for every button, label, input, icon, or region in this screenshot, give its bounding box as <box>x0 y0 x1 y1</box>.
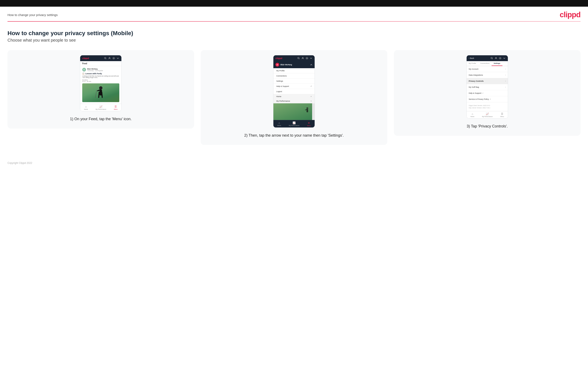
feed-post-user: B Blair McHarg Yesterday · Sunningdale <box>82 68 119 72</box>
settings-list: My Account › Data Integrations › Privacy… <box>467 66 508 102</box>
step-3-description: 3) Tap 'Privacy Controls'. <box>467 124 508 129</box>
menu-user-info: B Blair McHarg <box>276 63 292 67</box>
settings-service-privacy[interactable]: Service & Privacy Policy ↗ <box>467 96 508 102</box>
search-icon-3 <box>490 57 493 60</box>
golfer-svg <box>95 85 107 102</box>
settings-version: Clippd Client Version: 2022.8.3-3 GQL Se… <box>467 102 508 111</box>
chevron-down-icon-3 <box>503 57 506 60</box>
page-heading: How to change your privacy settings (Mob… <box>8 30 580 37</box>
menu-item-profile[interactable]: My Profile <box>273 68 315 73</box>
feed-post: B Blair McHarg Yesterday · Sunningdale 📋… <box>80 66 121 104</box>
avatar: B <box>82 68 86 72</box>
search-icon <box>104 57 107 60</box>
user-icon <box>108 57 111 60</box>
svg-point-14 <box>306 58 307 59</box>
svg-point-0 <box>104 57 106 59</box>
logo: clippd <box>560 10 580 19</box>
menu-section-home[interactable]: Home ▾ <box>273 94 315 99</box>
chevron-up-icon <box>310 63 312 66</box>
svg-point-3 <box>113 58 114 59</box>
phone-nav-2: clippd <box>273 55 315 61</box>
tab-home-2[interactable]: ⌂ Home <box>277 121 281 126</box>
phone-back-bar: ‹ Back <box>467 55 508 61</box>
tab-performance-2[interactable]: 📈 My Performance <box>289 121 299 126</box>
svg-rect-8 <box>98 92 100 98</box>
profile-tabs: My Profile Connections Settings <box>467 61 508 66</box>
svg-point-11 <box>298 57 299 59</box>
tab-close-2[interactable]: ✕ Menu <box>307 121 311 126</box>
menu-item-connections[interactable]: Connections <box>273 73 315 79</box>
settings-icon-3 <box>499 57 502 60</box>
phone-nav-icons-3 <box>490 57 506 60</box>
search-icon-2 <box>297 57 300 60</box>
tab-menu-3[interactable]: ☰ Menu <box>500 112 504 117</box>
step-1-description: 1) On your Feed, tap the 'Menu' icon. <box>70 116 132 122</box>
chevron-down-icon <box>116 57 119 60</box>
feed-image <box>82 83 119 102</box>
main-content: How to change your privacy settings (Mob… <box>0 22 588 157</box>
settings-my-golf-bag[interactable]: My Golf Bag › <box>467 84 508 90</box>
tab-settings[interactable]: Settings <box>492 61 502 66</box>
phone-mockup-2: clippd <box>273 55 315 128</box>
feed-lesson-title: 📋 Lesson with Fordy <box>82 73 119 75</box>
svg-line-20 <box>492 59 493 59</box>
step-card-1: clippd <box>8 50 194 128</box>
feed-user-loc: Yesterday · Sunningdale <box>87 70 103 71</box>
phone-logo-2: clippd <box>276 57 282 59</box>
user-icon-3 <box>494 57 497 60</box>
tab-performance-3[interactable]: 📈 My Performance <box>482 112 493 117</box>
tab-performance-1[interactable]: 📈 My Performance <box>95 105 106 110</box>
top-bar <box>0 0 588 7</box>
footer: Copyright Clippd 2022 <box>0 157 588 169</box>
tab-my-profile[interactable]: My Profile <box>467 61 478 66</box>
settings-my-account[interactable]: My Account › <box>467 66 508 72</box>
step-card-3: ‹ Back <box>394 50 580 136</box>
svg-point-16 <box>306 107 308 109</box>
phone-logo-1: clippd <box>82 57 89 59</box>
svg-point-22 <box>500 58 501 59</box>
tab-menu-1[interactable]: ☰ Menu <box>114 105 118 110</box>
phone-bottom-bar-1: ⌂ Home 📈 My Performance ☰ Menu <box>80 104 121 111</box>
svg-line-12 <box>299 59 300 59</box>
feed-user-name: Blair McHarg <box>87 68 103 70</box>
menu-section-performance[interactable]: My Performance ▾ <box>273 99 315 103</box>
tab-home-1[interactable]: ⌂ Home <box>84 105 88 110</box>
settings-help-support[interactable]: Help & Support ↗ <box>467 90 508 96</box>
feed-duration: Duration01 hr : 30 min <box>82 79 119 82</box>
svg-point-15 <box>306 57 308 59</box>
phone-menu-items: My Profile Connections Settings Help & S… <box>273 68 315 94</box>
menu-item-settings[interactable]: Settings <box>273 79 315 84</box>
settings-icon <box>112 57 115 60</box>
header: How to change your privacy settings clip… <box>0 7 588 21</box>
version-client: Clippd Client Version: 2022.8.3-3 <box>469 104 506 107</box>
menu-bg-overlay <box>273 103 315 120</box>
phone-bottom-bar-2: ⌂ Home 📈 My Performance ✕ Menu <box>273 120 315 127</box>
settings-privacy-controls[interactable]: Privacy Controls › <box>467 78 508 84</box>
copyright: Copyright Clippd 2022 <box>8 162 32 165</box>
tab-home-3[interactable]: ⌂ Home <box>470 112 474 117</box>
menu-avatar: B <box>276 63 279 67</box>
back-button[interactable]: ‹ Back <box>469 57 474 59</box>
menu-user-row: B Blair McHarg <box>273 61 315 68</box>
user-icon-2 <box>301 57 304 60</box>
svg-point-19 <box>491 57 493 59</box>
svg-point-5 <box>99 86 103 90</box>
phone-mockup-3: ‹ Back <box>467 55 508 118</box>
feed-lesson-desc: Looking to feel like my hands are exitin… <box>82 75 119 78</box>
menu-item-logout[interactable]: Logout <box>273 89 315 94</box>
phone-nav-icons-1 <box>104 57 119 60</box>
header-title: How to change your privacy settings <box>8 13 58 17</box>
steps-container: clippd <box>8 50 580 145</box>
phone-nav-1: clippd <box>80 55 121 61</box>
phone-nav-icons-2 <box>297 57 312 60</box>
version-server: GQL Server Version: 2022.7.30-1 <box>469 107 506 109</box>
phone-mockup-1: clippd <box>80 55 121 111</box>
svg-line-10 <box>95 90 97 98</box>
svg-point-23 <box>499 57 501 59</box>
page-subheading: Choose what you want people to see <box>8 38 580 43</box>
menu-item-help[interactable]: Help & Support ↗ <box>273 84 315 89</box>
settings-data-integrations[interactable]: Data Integrations › <box>467 72 508 78</box>
chevron-down-icon-2 <box>310 57 312 60</box>
step-card-2: clippd <box>201 50 387 145</box>
tab-connections[interactable]: Connections <box>478 61 492 66</box>
